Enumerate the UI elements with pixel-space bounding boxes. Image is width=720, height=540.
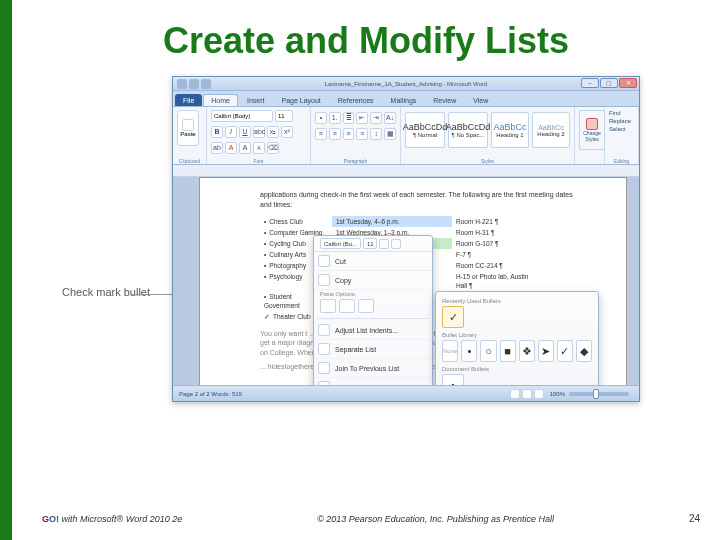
bullet-option[interactable]: ❖: [519, 340, 535, 362]
subscript-button[interactable]: x₂: [267, 126, 279, 138]
style-normal[interactable]: AaBbCcDd¶ Normal: [405, 112, 445, 148]
group-label-paragraph: Paragraph: [311, 158, 400, 164]
indent-button[interactable]: ⇥: [370, 112, 382, 124]
bullet-doc[interactable]: •: [442, 374, 464, 385]
status-left: Page 2 of 2 Words: 519: [179, 391, 242, 397]
go-logo: GO!: [42, 514, 59, 524]
bullet-option[interactable]: ✓: [557, 340, 573, 362]
paste-option-icon[interactable]: [320, 299, 336, 313]
menu-item[interactable]: Join To Previous List: [314, 359, 432, 378]
menu-item[interactable]: Separate List: [314, 340, 432, 359]
mini-bold-icon[interactable]: [379, 239, 389, 249]
slide-footer: GO! with Microsoft® Word 2010 2e © 2013 …: [42, 513, 700, 524]
document-area[interactable]: applications during check-in the first w…: [173, 177, 639, 385]
select-button[interactable]: Select: [609, 126, 634, 132]
mini-toolbar: Calibri (Bo... 11: [314, 236, 432, 252]
ribbon: Paste Clipboard Calibri (Body) 11 B I U …: [173, 107, 639, 165]
bullet-library-label: Bullet Library: [442, 332, 592, 338]
close-button[interactable]: ✕: [619, 78, 637, 88]
tab-file[interactable]: File: [175, 94, 202, 106]
bold-button[interactable]: B: [211, 126, 223, 138]
font-color-button[interactable]: A: [225, 142, 237, 154]
tab-insert[interactable]: Insert: [239, 94, 273, 106]
menu-item[interactable]: Cut: [314, 252, 432, 271]
bullet-option[interactable]: ■: [500, 340, 516, 362]
underline-button[interactable]: U: [239, 126, 251, 138]
zoom-thumb[interactable]: [593, 389, 599, 399]
style-heading1[interactable]: AaBbCcHeading 1: [491, 112, 529, 148]
paste-option-icon[interactable]: [339, 299, 355, 313]
align-left-button[interactable]: ≡: [315, 128, 327, 140]
style-heading2[interactable]: AaBbCcHeading 2: [532, 112, 570, 148]
tab-page-layout[interactable]: Page Layout: [273, 94, 328, 106]
zoom-value[interactable]: 100%: [550, 391, 565, 397]
grow-font-button[interactable]: A: [239, 142, 251, 154]
bullet-option[interactable]: None: [442, 340, 458, 362]
quick-access-toolbar: [177, 79, 211, 89]
align-center-button[interactable]: ≡: [329, 128, 341, 140]
zoom-slider[interactable]: [569, 392, 629, 396]
style-no-spacing[interactable]: AaBbCcDd¶ No Spac...: [448, 112, 488, 148]
tab-references[interactable]: References: [330, 94, 382, 106]
bullet-option[interactable]: ◆: [576, 340, 592, 362]
view-full-icon[interactable]: [522, 389, 532, 399]
bullet-library-row: None•○■❖➤✓◆: [442, 340, 592, 362]
change-styles-button[interactable]: Change Styles: [579, 110, 605, 150]
qat-undo-icon[interactable]: [189, 79, 199, 89]
menu-item[interactable]: Copy: [314, 271, 432, 290]
menu-item-icon: [318, 255, 330, 267]
footer-left: GO! with Microsoft® Word 2010 2e: [42, 514, 182, 524]
numbering-button[interactable]: 1.: [329, 112, 341, 124]
replace-button[interactable]: Replace: [609, 118, 634, 124]
tab-mailings[interactable]: Mailings: [383, 94, 425, 106]
menu-item[interactable]: Adjust List Indents...: [314, 321, 432, 340]
shading-button[interactable]: ▦: [384, 128, 396, 140]
ruler[interactable]: [173, 165, 639, 177]
bullet-option[interactable]: ○: [480, 340, 496, 362]
clear-format-button[interactable]: ⌫: [267, 142, 279, 154]
group-label-editing: Editing: [605, 158, 638, 164]
maximize-button[interactable]: ▢: [600, 78, 618, 88]
footer-left-text: with Microsoft® Word 2010 2e: [62, 514, 183, 524]
strike-button[interactable]: abc: [253, 126, 265, 138]
justify-button[interactable]: ≡: [356, 128, 368, 140]
group-styles: AaBbCcDd¶ Normal AaBbCcDd¶ No Spac... Aa…: [401, 107, 575, 164]
mini-font-size[interactable]: 11: [363, 238, 377, 249]
highlight-button[interactable]: ab: [211, 142, 223, 154]
paste-option-icon[interactable]: [358, 299, 374, 313]
tab-view[interactable]: View: [465, 94, 496, 106]
find-button[interactable]: Find: [609, 110, 634, 116]
qat-save-icon[interactable]: [177, 79, 187, 89]
tab-home[interactable]: Home: [203, 94, 238, 106]
superscript-button[interactable]: x²: [281, 126, 293, 138]
font-size-select[interactable]: 11: [275, 110, 293, 122]
font-family-select[interactable]: Calibri (Body): [211, 110, 273, 122]
shrink-font-button[interactable]: A: [253, 142, 265, 154]
bullet-check[interactable]: ✓: [442, 306, 464, 328]
italic-button[interactable]: I: [225, 126, 237, 138]
recent-bullets-row: ✓: [442, 306, 592, 328]
outdent-button[interactable]: ⇤: [356, 112, 368, 124]
view-web-icon[interactable]: [534, 389, 544, 399]
mini-font-family[interactable]: Calibri (Bo...: [320, 238, 361, 249]
bullets-panel: Recently Used Bullets ✓ Bullet Library N…: [435, 291, 599, 385]
group-change-styles: Change Styles: [575, 107, 605, 164]
mini-italic-icon[interactable]: [391, 239, 401, 249]
bullet-option[interactable]: ➤: [538, 340, 554, 362]
view-print-icon[interactable]: [510, 389, 520, 399]
sort-button[interactable]: A↓: [384, 112, 396, 124]
minimize-button[interactable]: –: [581, 78, 599, 88]
bullets-button[interactable]: •: [315, 112, 327, 124]
paste-button[interactable]: Paste: [177, 110, 199, 146]
bullet-option[interactable]: •: [461, 340, 477, 362]
tab-review[interactable]: Review: [425, 94, 464, 106]
align-right-button[interactable]: ≡: [343, 128, 355, 140]
window-buttons: – ▢ ✕: [581, 78, 637, 88]
group-label-clipboard: Clipboard: [173, 158, 206, 164]
line-spacing-button[interactable]: ↕: [370, 128, 382, 140]
menu-item[interactable]: Decrease Indent: [314, 378, 432, 385]
group-clipboard: Paste Clipboard: [173, 107, 207, 164]
callout-label: Check mark bullet: [62, 286, 150, 298]
qat-redo-icon[interactable]: [201, 79, 211, 89]
multilevel-button[interactable]: ≣: [343, 112, 355, 124]
